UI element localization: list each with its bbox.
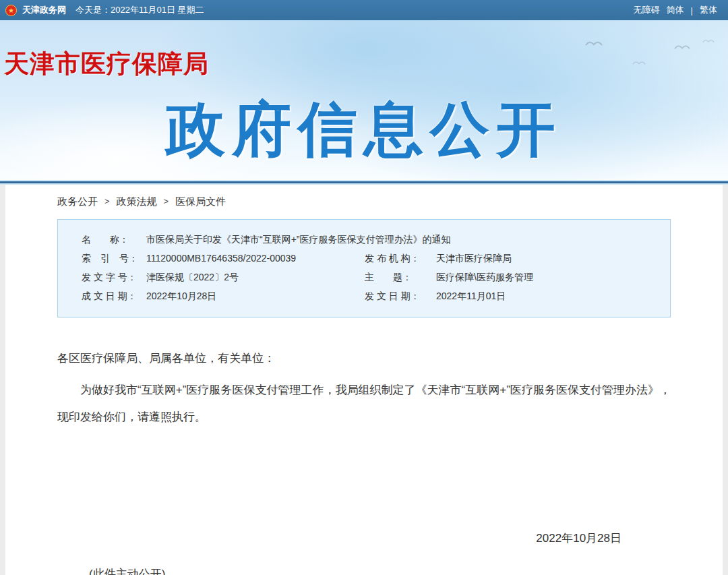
meta-value-publisher: 天津市医疗保障局 (436, 249, 512, 268)
main-content: 政务公开 > 政策法规 > 医保局文件 名 称： 市医保局关于印发《天津市“互联… (5, 185, 723, 575)
meta-label-written-date: 成 文 日 期： (82, 286, 146, 305)
meta-label-index-number: 索 引 号： (82, 249, 146, 268)
meta-cell-issue-date: 发 文 日 期： 2022年11月01日 (365, 286, 506, 305)
meta-value-subject: 医疗保障\医药服务管理 (436, 268, 533, 286)
simplified-chinese-link[interactable]: 简体 (667, 4, 684, 16)
document-sign-date: 2022年10月28日 (57, 531, 671, 546)
top-bar-right: 无障碍 简体 | 繁体 (634, 4, 717, 16)
meta-label-issue-date: 发 文 日 期： (365, 286, 436, 305)
meta-label-publisher: 发 布 机 构： (365, 249, 436, 268)
breadcrumb-item-yibaoju-wenjian[interactable]: 医保局文件 (175, 193, 226, 210)
bird-icon (702, 38, 715, 44)
breadcrumb: 政务公开 > 政策法规 > 医保局文件 (57, 193, 671, 210)
breadcrumb-item-zhengwugongkai[interactable]: 政务公开 (57, 193, 98, 210)
language-separator: | (691, 5, 693, 16)
top-bar-left: ★ 天津政务网 今天是：2022年11月01日 星期二 (5, 4, 204, 16)
meta-value-issue-date: 2022年11月01日 (436, 286, 506, 305)
banner-title: 政府信息公开 (166, 90, 562, 170)
meta-row-dates: 成 文 日 期： 2022年10月28日 发 文 日 期： 2022年11月01… (82, 286, 663, 305)
bird-icon (632, 59, 646, 66)
document-meta-card: 名 称： 市医保局关于印发《天津市“互联网+”医疗服务医保支付管理办法》的通知 … (57, 219, 671, 317)
header-divider (0, 180, 728, 185)
meta-label-doc-number: 发 文 字 号： (82, 268, 146, 286)
meta-value-index-number: 11120000MB17646358/2022-00039 (146, 249, 296, 268)
document-disclosure-note: (此件主动公开) (89, 566, 671, 575)
meta-cell-subject: 主 题： 医疗保障\医药服务管理 (365, 268, 533, 286)
meta-cell-written-date: 成 文 日 期： 2022年10月28日 (82, 286, 365, 305)
breadcrumb-item-zhengcefagui[interactable]: 政策法规 (117, 193, 157, 210)
meta-cell-index-number: 索 引 号： 11120000MB17646358/2022-00039 (82, 249, 365, 268)
bird-icon (674, 43, 690, 51)
meta-cell-doc-number: 发 文 字 号： 津医保规〔2022〕2号 (82, 268, 365, 286)
agency-name: 天津市医疗保障局 (4, 47, 209, 81)
today-date-label: 今天是：2022年11月01日 星期二 (75, 4, 204, 16)
meta-value-written-date: 2022年10月28日 (146, 286, 216, 305)
meta-row-index: 索 引 号： 11120000MB17646358/2022-00039 发 布… (82, 249, 663, 268)
meta-label-subject: 主 题： (365, 268, 436, 286)
document-body: 各区医疗保障局、局属各单位，有关单位： 为做好我市“互联网+”医疗服务医保支付管… (57, 349, 671, 575)
national-emblem-icon: ★ (5, 5, 17, 16)
document-paragraph: 为做好我市“互联网+”医疗服务医保支付管理工作，我局组织制定了《天津市“互联网+… (57, 377, 671, 431)
bird-icon (585, 39, 603, 47)
page-header: 天津市医疗保障局 政府信息公开 (0, 20, 728, 180)
breadcrumb-separator: > (104, 193, 110, 210)
meta-row-docnumber: 发 文 字 号： 津医保规〔2022〕2号 主 题： 医疗保障\医药服务管理 (82, 268, 663, 286)
top-bar: ★ 天津政务网 今天是：2022年11月01日 星期二 无障碍 简体 | 繁体 (0, 0, 728, 20)
meta-value-name: 市医保局关于印发《天津市“互联网+”医疗服务医保支付管理办法》的通知 (146, 230, 451, 249)
accessibility-link[interactable]: 无障碍 (634, 4, 660, 16)
traditional-chinese-link[interactable]: 繁体 (700, 4, 717, 16)
breadcrumb-separator: > (164, 193, 169, 210)
meta-value-doc-number: 津医保规〔2022〕2号 (146, 268, 239, 286)
meta-label-name: 名 称： (82, 230, 146, 249)
meta-row-name: 名 称： 市医保局关于印发《天津市“互联网+”医疗服务医保支付管理办法》的通知 (82, 230, 663, 249)
meta-cell-name: 名 称： 市医保局关于印发《天津市“互联网+”医疗服务医保支付管理办法》的通知 (82, 230, 451, 249)
meta-cell-publisher: 发 布 机 构： 天津市医疗保障局 (365, 249, 512, 268)
document-salutation: 各区医疗保障局、局属各单位，有关单位： (57, 349, 671, 369)
site-name-link[interactable]: 天津政务网 (22, 4, 66, 16)
